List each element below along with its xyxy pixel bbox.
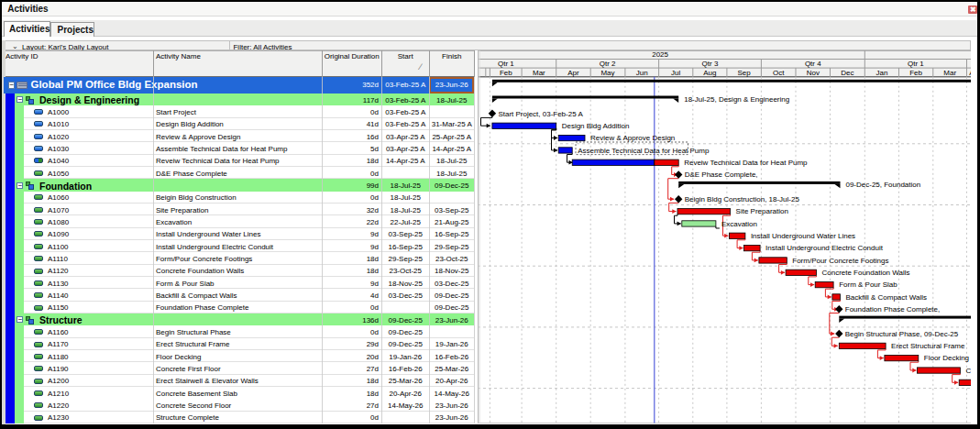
svg-text:Concrete Foundation Walls: Concrete Foundation Walls: [821, 269, 909, 277]
svg-text:Aug: Aug: [703, 69, 716, 77]
svg-text:Floor Decking: Floor Decking: [924, 355, 969, 363]
svg-text:Jan: Jan: [875, 69, 887, 77]
svg-text:D&E Phase Complete,: D&E Phase Complete,: [685, 171, 758, 180]
svg-text:2025: 2025: [652, 51, 668, 60]
svg-text:Qtr 1: Qtr 1: [498, 60, 514, 68]
svg-text:Apr: Apr: [567, 69, 579, 77]
svg-text:May: May: [600, 69, 614, 77]
svg-text:09-Dec-25, Foundation: 09-Dec-25, Foundation: [845, 182, 920, 190]
svg-text:Reveiw Technical Data for Heat: Reveiw Technical Data for Heat Pump: [684, 159, 808, 167]
svg-text:Design Bldg Addition: Design Bldg Addition: [562, 122, 630, 130]
svg-text:Assemble Technical Data for He: Assemble Technical Data for Heat Pump: [578, 147, 710, 155]
svg-text:Jun: Jun: [636, 69, 648, 77]
svg-text:Qtr 4: Qtr 4: [805, 60, 821, 68]
svg-text:Install Underground Electric C: Install Underground Electric Conduit: [765, 245, 884, 253]
svg-text:Mar: Mar: [533, 69, 545, 77]
svg-text:Erect Structural Frame: Erect Structural Frame: [891, 342, 965, 350]
svg-text:Form/Pour Concrete Footings: Form/Pour Concrete Footings: [792, 257, 888, 265]
svg-text:Foundation Phase Complete,: Foundation Phase Complete,: [845, 305, 940, 314]
svg-text:Beigin Bldg Construction, 18-J: Beigin Bldg Construction, 18-Jul-25: [685, 195, 800, 204]
svg-text:Apr: Apr: [969, 69, 971, 77]
svg-text:Site Preparation: Site Preparation: [736, 208, 788, 216]
svg-text:18-Jul-25, Design & Engineerin: 18-Jul-25, Design & Engineering: [684, 95, 789, 104]
svg-text:Mar: Mar: [943, 69, 956, 77]
svg-text:Form & Pour Slab: Form & Pour Slab: [839, 281, 897, 290]
svg-text:Feb: Feb: [909, 69, 922, 77]
svg-text:Qtr 2: Qtr 2: [600, 60, 616, 68]
svg-text:Excavation: Excavation: [721, 220, 757, 228]
svg-text:Install Underground Water Line: Install Underground Water Lines: [751, 232, 855, 240]
svg-text:Review & Approve Design: Review & Approve Design: [590, 135, 675, 143]
svg-text:Qtr 1: Qtr 1: [908, 60, 924, 68]
svg-text:Nov: Nov: [807, 69, 820, 77]
svg-text:Begin Structural Phase, 09-Dec: Begin Structural Phase, 09-Dec-25: [845, 330, 959, 338]
svg-text:Backfill & Compact Walls: Backfill & Compact Walls: [845, 293, 926, 302]
svg-text:Start Project, 03-Feb-25 A: Start Project, 03-Feb-25 A: [498, 110, 583, 118]
svg-text:Oct: Oct: [773, 69, 785, 77]
svg-text:Qtr 3: Qtr 3: [702, 60, 719, 68]
svg-text:Dec: Dec: [841, 69, 853, 77]
svg-text:Feb: Feb: [500, 69, 512, 77]
svg-text:Sep: Sep: [737, 69, 751, 77]
svg-text:Concrete First Floor: Concrete First Floor: [965, 367, 971, 375]
svg-text:Jul: Jul: [671, 69, 680, 77]
